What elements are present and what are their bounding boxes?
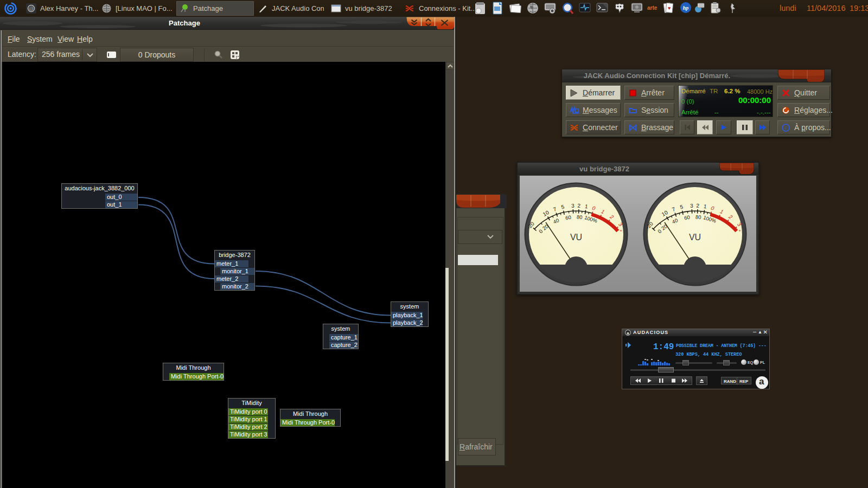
svg-text:arte: arte (647, 5, 658, 11)
svg-text:i: i (785, 125, 787, 131)
svg-text:hp: hp (683, 5, 689, 11)
svg-text:♥: ♥ (668, 5, 671, 11)
svg-text:a: a (627, 331, 629, 336)
